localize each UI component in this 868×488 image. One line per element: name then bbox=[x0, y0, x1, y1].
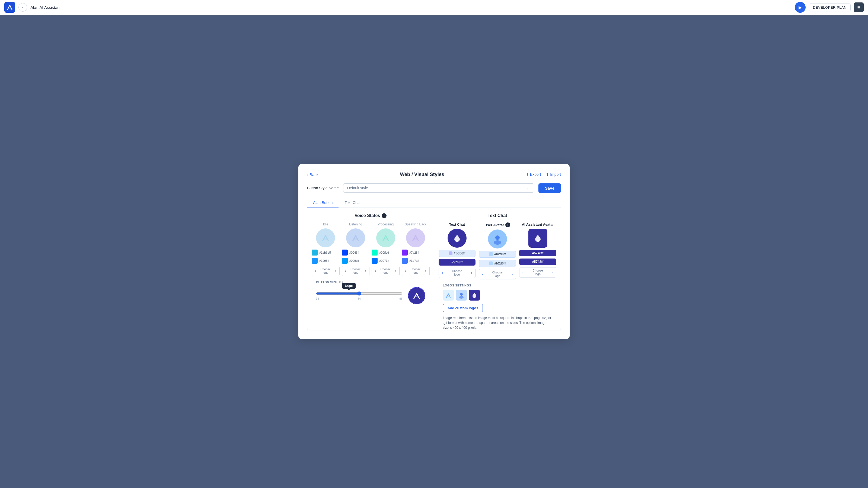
listening-logo-text: Chooselogo bbox=[349, 268, 362, 275]
svg-point-5 bbox=[459, 296, 464, 299]
processing-circle bbox=[376, 228, 395, 247]
slider-tooltip: 64px bbox=[342, 283, 355, 289]
back-label: Back bbox=[310, 172, 318, 177]
top-nav: ‹ Alan AI Assistant ▶ DEVELOPER PLAN ≡ bbox=[0, 0, 868, 15]
processing-logo-next[interactable]: › bbox=[392, 266, 399, 276]
ai-color1: #5748ff bbox=[519, 250, 556, 256]
idle-logo-next[interactable]: › bbox=[332, 266, 339, 276]
size-slider[interactable] bbox=[316, 291, 403, 296]
user-color2-label: #b2d6ff bbox=[494, 262, 506, 265]
user-logo-prev[interactable]: ‹ bbox=[479, 269, 486, 279]
speaking-circle bbox=[406, 228, 425, 247]
processing-logo-text: Chooselogo bbox=[379, 268, 392, 275]
ai-color1-label: #5748ff bbox=[532, 251, 543, 255]
import-label: Import bbox=[550, 172, 561, 177]
save-button[interactable]: Save bbox=[538, 183, 561, 193]
text-chat-title: Text Chat bbox=[488, 213, 507, 218]
slider-ticks: 32 64 96 bbox=[316, 297, 403, 300]
textchat-color2-label: #5748ff bbox=[452, 261, 463, 264]
import-icon: ⬆ bbox=[546, 172, 549, 177]
voice-states-header: Voice States i bbox=[312, 213, 430, 218]
tab-alan-button[interactable]: Alan Button bbox=[307, 198, 339, 208]
add-custom-logos-button[interactable]: Add custom logos bbox=[443, 304, 483, 312]
export-button[interactable]: ⬇ Export bbox=[526, 172, 541, 177]
user-logo-next[interactable]: › bbox=[508, 269, 516, 279]
logos-row bbox=[443, 290, 552, 301]
panel: ‹ Back Web / Visual Styles ⬇ Export ⬆ Im… bbox=[299, 164, 569, 339]
listening-logo-next[interactable]: › bbox=[362, 266, 369, 276]
svg-point-1 bbox=[495, 236, 500, 240]
speaking-color1-label: #7a28ff bbox=[409, 251, 420, 254]
listening-choose-logo: ‹ Chooselogo › bbox=[342, 266, 370, 276]
style-name-row: Button Style Name Default style ⌄ Save bbox=[307, 183, 561, 193]
menu-button[interactable]: ≡ bbox=[854, 2, 864, 12]
ai-avatar bbox=[528, 229, 547, 248]
plan-button[interactable]: DEVELOPER PLAN bbox=[809, 3, 850, 11]
text-chat-cols: Text Chat #bcb6ff #5748ff bbox=[439, 222, 557, 279]
speaking-swatch2 bbox=[402, 258, 408, 264]
user-swatch1 bbox=[489, 252, 493, 256]
user-logo-text: Chooselogo bbox=[486, 271, 508, 278]
user-color1-label: #b2d6ff bbox=[494, 252, 506, 256]
text-chat-col-ai: AI Assistant Avatar #5748ff #5748ff bbox=[519, 222, 556, 279]
nav-back-button[interactable]: ‹ bbox=[19, 3, 27, 12]
textchat-choose-logo: ‹ Chooselogo › bbox=[439, 268, 476, 278]
logo-thumb-alan bbox=[443, 290, 454, 301]
logos-settings-section: LOGOS SETTINGS bbox=[439, 279, 557, 330]
style-name-label: Button Style Name bbox=[307, 186, 339, 190]
processing-swatch2 bbox=[372, 258, 378, 264]
speaking-label: Speaking Back bbox=[405, 222, 426, 226]
listening-swatch1 bbox=[342, 250, 348, 255]
style-name-value: Default style bbox=[347, 186, 368, 190]
processing-color1-row: #00ffcd bbox=[372, 250, 400, 255]
content-area: Voice States i Idle bbox=[307, 208, 561, 330]
user-swatch2 bbox=[489, 262, 493, 265]
processing-logo-prev[interactable]: ‹ bbox=[372, 266, 379, 276]
textchat-logo-next[interactable]: › bbox=[468, 268, 475, 278]
import-button[interactable]: ⬆ Import bbox=[546, 172, 561, 177]
slider-container: 64px 32 64 96 bbox=[316, 291, 403, 300]
idle-choose-logo: ‹ Chooselogo › bbox=[312, 266, 340, 276]
panel-title: Web / Visual Styles bbox=[318, 172, 525, 177]
text-chat-header: Text Chat bbox=[439, 213, 557, 218]
svg-point-2 bbox=[494, 240, 501, 245]
speaking-swatch1 bbox=[402, 250, 408, 255]
tabs: Alan Button Text Chat bbox=[307, 198, 561, 208]
image-requirements-text: Image requirements: an image must be squ… bbox=[443, 315, 552, 330]
play-button[interactable]: ▶ bbox=[795, 2, 806, 13]
button-size-label: BUTTON SIZE, PX bbox=[316, 280, 425, 284]
ai-logo-prev[interactable]: ‹ bbox=[520, 268, 527, 277]
back-link[interactable]: ‹ Back bbox=[307, 172, 318, 177]
svg-rect-6 bbox=[474, 297, 475, 298]
listening-logo-prev[interactable]: ‹ bbox=[342, 266, 349, 276]
nav-title: Alan AI Assistant bbox=[30, 5, 61, 10]
idle-logo-text: Chooselogo bbox=[319, 268, 332, 275]
logos-settings-label: LOGOS SETTINGS bbox=[443, 284, 552, 287]
textchat-swatch1 bbox=[448, 251, 453, 255]
export-label: Export bbox=[530, 172, 541, 177]
voice-states-info-icon: i bbox=[382, 213, 386, 218]
voice-states-section: Voice States i Idle bbox=[307, 208, 434, 330]
textchat-col-label: Text Chat bbox=[449, 222, 465, 226]
speaking-logo-next[interactable]: › bbox=[422, 266, 429, 276]
ai-logo-next[interactable]: › bbox=[549, 268, 556, 277]
speaking-color2-row: #3d7aff bbox=[402, 258, 430, 264]
speaking-color1-row: #7a28ff bbox=[402, 250, 430, 255]
processing-color1-label: #00ffcd bbox=[379, 251, 389, 254]
listening-color1-label: #0046ff bbox=[349, 251, 360, 254]
idle-logo-prev[interactable]: ‹ bbox=[312, 266, 319, 276]
idle-swatch1 bbox=[312, 250, 318, 255]
speaking-logo-prev[interactable]: ‹ bbox=[402, 266, 409, 276]
speaking-choose-logo: ‹ Chooselogo › bbox=[402, 266, 430, 276]
style-name-select[interactable]: Default style ⌄ bbox=[343, 183, 534, 192]
idle-color2-label: #1995ff bbox=[319, 259, 329, 262]
textchat-color2: #5748ff bbox=[439, 259, 476, 266]
textchat-color1: #bcb6ff bbox=[439, 250, 476, 257]
voice-states-grid: Idle #1eb6e5 bbox=[312, 222, 430, 276]
user-col-label: User Avatar bbox=[485, 223, 504, 227]
tab-text-chat[interactable]: Text Chat bbox=[339, 198, 367, 208]
textchat-logo-prev[interactable]: ‹ bbox=[439, 268, 446, 278]
alan-logo bbox=[4, 2, 15, 13]
voice-state-listening: Listening #0046ff bbox=[342, 222, 370, 276]
listening-label: Listening bbox=[349, 222, 362, 226]
